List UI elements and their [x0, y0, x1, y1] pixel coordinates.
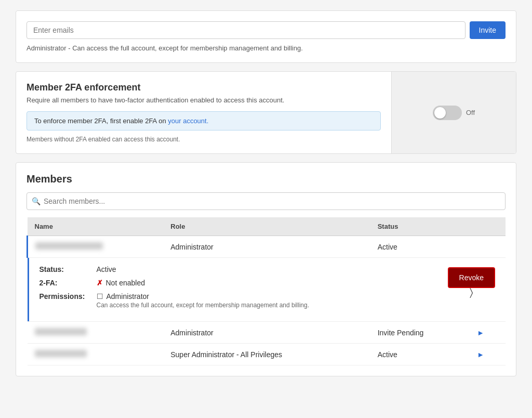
member-role-cell: Super Administrator - All Privileges: [163, 344, 370, 365]
members-card: Members 🔍 Name Role Status: [16, 162, 516, 376]
member-name-cell: [28, 344, 164, 365]
member-chevron-cell[interactable]: ►: [470, 322, 506, 344]
detail-twofa-value: ✗ Not enabled: [97, 279, 145, 287]
twofa-alert: To enforce member 2FA, first enable 2FA …: [26, 111, 381, 130]
twofa-alert-link[interactable]: your account.: [168, 117, 208, 125]
member-name-blurred: [35, 328, 87, 335]
invite-email-input[interactable]: [26, 21, 466, 39]
detail-twofa-row: 2-FA: ✗ Not enabled: [39, 279, 448, 287]
expanded-details: Status: Active 2-FA: ✗ Not enabled: [39, 265, 448, 314]
twofa-toggle-container[interactable]: Off: [433, 106, 475, 120]
member-status-cell: Invite Pending: [370, 322, 470, 344]
twofa-subtitle: Require all members to have two-factor a…: [26, 96, 381, 104]
members-search-input[interactable]: [26, 192, 506, 210]
twofa-left-panel: Member 2FA enforcement Require all membe…: [16, 72, 391, 153]
cross-icon: ✗: [97, 279, 103, 287]
check-icon: ☐: [97, 292, 103, 301]
invite-card: Invite Administrator - Can access the fu…: [16, 10, 516, 63]
detail-twofa-label: 2-FA:: [39, 279, 97, 287]
members-table: Name Role Status Administrator Active: [26, 217, 506, 365]
revoke-btn-container: Revoke 〉: [448, 267, 495, 288]
members-title: Members: [26, 173, 506, 185]
search-wrapper: 🔍: [26, 192, 506, 210]
member-name-cell: [28, 322, 164, 344]
detail-status-label: Status:: [39, 265, 97, 273]
detail-status-value: Active: [97, 265, 116, 273]
chevron-right-icon[interactable]: ►: [477, 329, 484, 337]
member-name-blurred: [35, 350, 87, 357]
permissions-desc: Can access the full account, except for …: [97, 302, 310, 309]
member-name-cell: [28, 236, 164, 258]
detail-permissions-row: Permissions: ☐ Administrator Can access …: [39, 292, 448, 309]
expanded-detail-cell: Status: Active 2-FA: ✗ Not enabled: [28, 258, 506, 322]
expanded-detail-row: Status: Active 2-FA: ✗ Not enabled: [28, 258, 506, 322]
table-header-row: Name Role Status: [28, 217, 506, 236]
search-icon: 🔍: [32, 197, 41, 205]
table-row[interactable]: Administrator Active: [28, 236, 506, 258]
revoke-button[interactable]: Revoke: [448, 267, 495, 288]
member-status-cell: Active: [370, 344, 470, 365]
member-role-cell: Administrator: [163, 322, 370, 344]
twofa-card: Member 2FA enforcement Require all membe…: [16, 71, 516, 154]
twofa-alert-text: To enforce member 2FA, first enable 2FA …: [34, 117, 168, 125]
twofa-right-panel: Off: [391, 72, 516, 153]
invite-button[interactable]: Invite: [470, 21, 506, 39]
revoke-btn-wrapper: Revoke 〉: [448, 265, 495, 288]
cursor-icon: 〉: [470, 286, 473, 298]
col-role: Role: [163, 217, 370, 236]
twofa-title: Member 2FA enforcement: [26, 82, 381, 93]
detail-status-row: Status: Active: [39, 265, 448, 273]
invite-description: Administrator - Can access the full acco…: [26, 44, 506, 52]
twofa-toggle[interactable]: [433, 106, 462, 120]
table-row[interactable]: Administrator Invite Pending ►: [28, 322, 506, 344]
col-name: Name: [28, 217, 164, 236]
col-actions: [470, 217, 506, 236]
twofa-toggle-handle: [434, 107, 446, 119]
detail-permissions-label: Permissions:: [39, 292, 97, 301]
table-row[interactable]: Super Administrator - All Privileges Act…: [28, 344, 506, 365]
detail-permissions-value: ☐ Administrator Can access the full acco…: [97, 292, 310, 309]
expanded-content: Status: Active 2-FA: ✗ Not enabled: [28, 258, 506, 321]
twofa-toggle-label: Off: [466, 109, 475, 116]
member-status-cell: Active: [370, 236, 470, 258]
twofa-notice: Members without 2FA enabled can access t…: [26, 136, 381, 143]
chevron-right-icon[interactable]: ►: [477, 350, 484, 359]
member-action-cell: [470, 236, 506, 258]
member-name-blurred: [35, 242, 103, 250]
member-role-cell: Administrator: [163, 236, 370, 258]
col-status: Status: [370, 217, 470, 236]
permissions-role: Administrator: [107, 292, 149, 301]
member-chevron-cell[interactable]: ►: [470, 344, 506, 365]
